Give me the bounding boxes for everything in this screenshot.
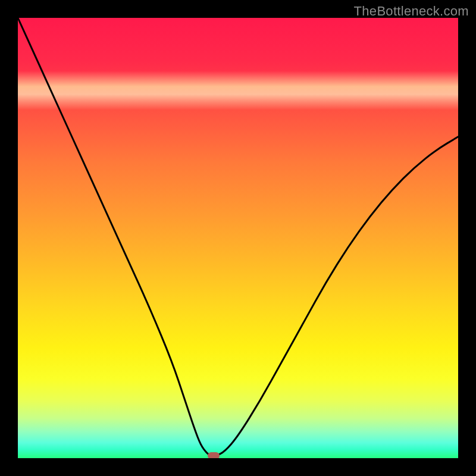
plot-area bbox=[18, 18, 458, 458]
watermark-text: TheBottleneck.com bbox=[354, 4, 469, 19]
chart-frame: TheBottleneck.com bbox=[0, 0, 476, 476]
pale-band bbox=[18, 71, 458, 111]
optimal-point-marker bbox=[208, 452, 220, 458]
